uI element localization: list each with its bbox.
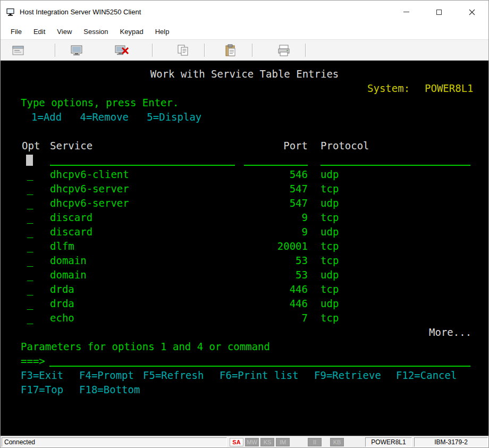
- menu-item-file[interactable]: File: [5, 28, 28, 36]
- port-value: 446: [244, 297, 308, 311]
- protocol-value: udp: [321, 167, 339, 182]
- table-row: _drda446udp: [1, 297, 488, 311]
- table-row: _dhcpv6-server547udp: [1, 196, 488, 210]
- opt-input-field[interactable]: _: [27, 297, 33, 311]
- session-properties-button[interactable]: [9, 42, 27, 59]
- parameters-label: Parameters for options 1 and 4 or comman…: [21, 340, 270, 354]
- service-name: dhcpv6-client: [50, 167, 129, 182]
- opt-input-field[interactable]: _: [27, 311, 33, 325]
- opt-input-field[interactable]: _: [27, 282, 33, 297]
- window-controls: [390, 1, 488, 23]
- menu-bar: FileEditViewSessionKeypadHelp: [1, 23, 488, 39]
- port-value: 547: [244, 182, 308, 196]
- protocol-value: udp: [321, 268, 339, 282]
- command-input[interactable]: [49, 366, 470, 367]
- port-value: 53: [244, 253, 308, 268]
- fkey-f18[interactable]: F18=Bottom: [79, 383, 140, 397]
- connection-status: Connected: [2, 438, 226, 446]
- disconnect-session-icon: [114, 44, 129, 57]
- fkey-f6[interactable]: F6=Print list: [220, 368, 299, 383]
- text-cursor: [26, 155, 33, 166]
- print-button[interactable]: [275, 42, 293, 59]
- status-indicator-ii: II: [308, 438, 322, 446]
- system-name: POWER8L1: [366, 438, 411, 446]
- minimize-button[interactable]: [390, 1, 423, 23]
- minimize-icon: [403, 12, 409, 12]
- table-underline-row: [1, 153, 488, 167]
- opt-input-field[interactable]: _: [27, 210, 33, 225]
- table-row: _dhcpv6-server547tcp: [1, 182, 488, 196]
- terminal-type: IBM-3179-2: [415, 438, 487, 446]
- options-text: 1=Add 4=Remove 5=Display: [31, 110, 201, 124]
- menu-item-view[interactable]: View: [51, 28, 78, 36]
- menu-item-session[interactable]: Session: [78, 28, 114, 36]
- protocol-value: tcp: [321, 210, 339, 225]
- toolbar: [1, 39, 488, 61]
- port-value: 9: [244, 225, 308, 239]
- protocol-column-underline: [321, 165, 470, 166]
- terminal-screen[interactable]: Work with Service Table Entries System: …: [1, 61, 488, 436]
- toolbar-separator: [152, 44, 153, 57]
- opt-input-field[interactable]: _: [27, 196, 33, 210]
- connect-session-icon: [70, 44, 83, 57]
- port-value: 20001: [244, 239, 308, 253]
- service-name: drda: [50, 297, 74, 311]
- service-name: domain: [50, 253, 87, 268]
- screen-title-line: Work with Service Table Entries: [1, 67, 488, 81]
- service-name: dhcpv6-server: [50, 182, 129, 196]
- system-label: System:: [367, 81, 410, 96]
- maximize-icon: [436, 10, 442, 15]
- more-line: More...: [1, 325, 488, 340]
- protocol-value: tcp: [321, 253, 339, 268]
- fkey-f3[interactable]: F3=Exit: [21, 368, 63, 383]
- protocol-value: tcp: [321, 182, 339, 196]
- table-row: _discard9tcp: [1, 210, 488, 225]
- fkey-f5[interactable]: F5=Refresh: [143, 368, 204, 383]
- port-value: 53: [244, 268, 308, 282]
- paste-icon: [224, 44, 238, 57]
- service-name: domain: [50, 268, 87, 282]
- menu-item-help[interactable]: Help: [149, 28, 175, 36]
- service-name: dhcpv6-server: [50, 196, 129, 210]
- protocol-value: udp: [321, 225, 339, 239]
- protocol-value: udp: [321, 297, 339, 311]
- disconnect-button[interactable]: [113, 42, 131, 59]
- fkey-f12[interactable]: F12=Cancel: [396, 368, 457, 383]
- toolbar-separator: [252, 44, 253, 57]
- service-name: echo: [50, 311, 74, 325]
- close-icon: [469, 9, 475, 15]
- opt-input-field[interactable]: _: [27, 167, 33, 182]
- maximize-button[interactable]: [423, 1, 456, 23]
- menu-item-keypad[interactable]: Keypad: [114, 28, 149, 36]
- opt-input-field[interactable]: _: [27, 182, 33, 196]
- service-name: discard: [50, 210, 92, 225]
- more-indicator: More...: [429, 325, 471, 340]
- opt-input-field[interactable]: _: [27, 225, 33, 239]
- fkey-f17[interactable]: F17=Top: [21, 383, 63, 397]
- protocol-value: tcp: [321, 282, 339, 297]
- status-indicator-kb: KB: [330, 438, 344, 446]
- fkeys-row1: F3=ExitF4=PromptF5=RefreshF6=Print listF…: [1, 368, 488, 383]
- table-header-line: Opt Service Port Protocol: [1, 139, 488, 153]
- port-value: 547: [244, 196, 308, 210]
- fkey-f9[interactable]: F9=Retrieve: [314, 368, 381, 383]
- table-row: _echo7tcp: [1, 311, 488, 325]
- fkey-f4[interactable]: F4=Prompt: [79, 368, 134, 383]
- title-bar: Host Integration Server WIN5250 Client: [1, 1, 488, 23]
- service-name: drda: [50, 282, 74, 297]
- copy-icon: [176, 44, 190, 57]
- service-column-underline: [50, 165, 235, 166]
- session-properties-icon: [11, 44, 25, 57]
- opt-input-field[interactable]: _: [27, 253, 33, 268]
- protocol-value: tcp: [321, 239, 339, 253]
- close-button[interactable]: [456, 1, 488, 23]
- table-row: _drda446tcp: [1, 282, 488, 297]
- paste-button[interactable]: [222, 42, 240, 59]
- port-column-underline: [244, 165, 308, 166]
- opt-input-field[interactable]: _: [27, 239, 33, 253]
- table-row: _domain53udp: [1, 268, 488, 282]
- connect-button[interactable]: [68, 42, 86, 59]
- opt-input-field[interactable]: _: [27, 268, 33, 282]
- copy-button[interactable]: [174, 42, 192, 59]
- menu-item-edit[interactable]: Edit: [28, 28, 51, 36]
